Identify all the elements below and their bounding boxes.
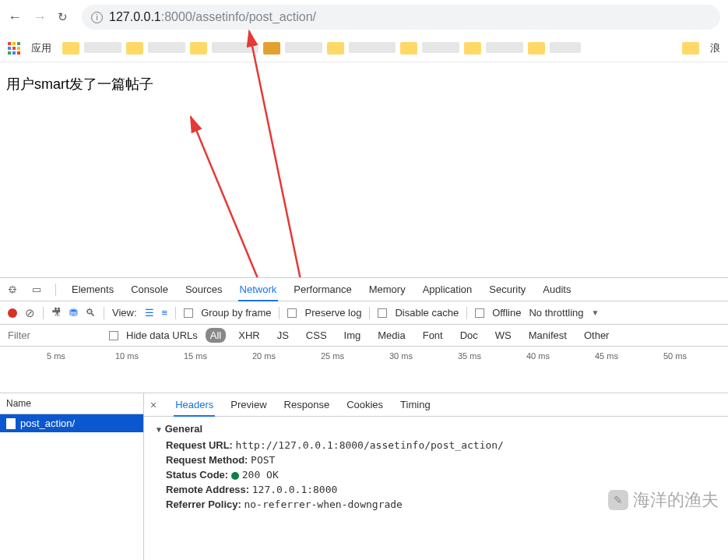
timeline-tick: 10 ms	[115, 351, 139, 361]
disable-cache-checkbox[interactable]	[378, 308, 387, 318]
network-body: Name post_action/ × Headers Preview Resp…	[0, 393, 728, 560]
site-info-icon[interactable]: i	[91, 12, 103, 23]
tab-memory[interactable]: Memory	[368, 279, 407, 300]
group-by-frame-label: Group by frame	[201, 307, 271, 319]
preserve-log-checkbox[interactable]	[287, 308, 297, 318]
list-header-name[interactable]: Name	[0, 393, 143, 414]
request-row[interactable]: post_action/	[0, 414, 143, 432]
bookmark-item[interactable]	[212, 42, 258, 53]
group-by-frame-checkbox[interactable]	[184, 308, 193, 318]
request-method-value: POST	[251, 454, 275, 466]
request-url-label: Request URL:	[166, 439, 233, 451]
bookmark-item[interactable]	[422, 42, 459, 53]
tab-application[interactable]: Application	[421, 279, 474, 300]
bookmark-folder[interactable]	[263, 42, 280, 55]
forward-button[interactable]: →	[33, 9, 47, 26]
watermark-icon: ✎	[608, 490, 628, 510]
clear-button[interactable]: ⊘	[25, 306, 35, 320]
detail-tab-cookies[interactable]: Cookies	[345, 394, 385, 415]
throttling-caret-icon[interactable]: ▼	[592, 308, 600, 317]
filter-type-other[interactable]: Other	[579, 328, 614, 343]
preserve-log-label: Preserve log	[304, 307, 361, 319]
bookmark-folder[interactable]	[190, 42, 207, 55]
tab-sources[interactable]: Sources	[184, 279, 224, 300]
record-button[interactable]	[8, 308, 17, 318]
timeline-tick: 35 ms	[458, 351, 481, 361]
referrer-policy-label: Referrer Policy:	[166, 498, 241, 510]
bookmark-folder[interactable]	[682, 42, 699, 55]
filter-type-doc[interactable]: Doc	[455, 328, 483, 343]
screenshot-icon[interactable]: 🎥︎	[51, 307, 62, 319]
bookmark-folder[interactable]	[400, 42, 417, 55]
apps-label[interactable]: 应用	[31, 41, 51, 55]
bookmark-folder[interactable]	[62, 42, 79, 55]
bookmark-item[interactable]	[148, 42, 185, 53]
filter-type-css[interactable]: CSS	[301, 328, 332, 343]
search-icon[interactable]: 🔍︎	[86, 307, 96, 319]
bookmark-folder[interactable]	[464, 42, 481, 55]
inspect-icon[interactable]: ⯐	[8, 284, 18, 295]
back-button[interactable]: ←	[8, 9, 22, 26]
offline-checkbox[interactable]	[475, 308, 484, 318]
general-title[interactable]: General	[155, 423, 717, 435]
remote-address-label: Remote Address:	[166, 484, 249, 495]
network-toolbar: ⊘ 🎥︎ ⛃ 🔍︎ View: ☰ ≡ Group by frame Prese…	[0, 301, 728, 325]
filter-type-ws[interactable]: WS	[491, 328, 516, 343]
watermark: ✎ 海洋的渔夫	[608, 488, 719, 512]
filter-type-font[interactable]: Font	[418, 328, 448, 343]
bookmark-item[interactable]	[349, 42, 396, 53]
view-label: View:	[112, 307, 137, 319]
tab-console[interactable]: Console	[129, 279, 170, 300]
url-host: 127.0.0.1	[109, 10, 161, 23]
status-dot-icon	[231, 472, 239, 480]
waterfall-icon[interactable]: ≡	[162, 307, 168, 319]
tab-network[interactable]: Network	[238, 279, 279, 301]
bookmark-folder[interactable]	[126, 42, 143, 55]
detail-tab-timing[interactable]: Timing	[399, 394, 432, 415]
detail-tab-preview[interactable]: Preview	[229, 394, 268, 415]
address-bar[interactable]: i 127.0.0.1:8000/assetinfo/post_action/	[82, 5, 720, 30]
throttling-select[interactable]: No throttling	[529, 307, 583, 319]
url-text: 127.0.0.1:8000/assetinfo/post_action/	[109, 10, 316, 24]
timeline-tick: 20 ms	[252, 351, 276, 361]
tab-performance[interactable]: Performance	[292, 279, 353, 300]
bookmark-item[interactable]	[486, 42, 523, 53]
filter-toggle-icon[interactable]: ⛃	[69, 307, 78, 319]
filter-type-js[interactable]: JS	[273, 328, 294, 343]
devtools-tabs: ⯐ ▭ Elements Console Sources Network Per…	[0, 278, 728, 301]
tab-audits[interactable]: Audits	[541, 279, 572, 300]
bookmark-item[interactable]	[550, 42, 581, 53]
filter-type-manifest[interactable]: Manifest	[524, 328, 571, 343]
detail-tabs: × Headers Preview Response Cookies Timin…	[144, 393, 728, 417]
bookmark-item[interactable]	[285, 42, 322, 53]
url-path: /assetinfo/post_action/	[192, 10, 316, 23]
filter-type-img[interactable]: Img	[339, 328, 366, 343]
close-detail-icon[interactable]: ×	[150, 399, 157, 411]
bookmark-folder[interactable]	[528, 42, 545, 55]
filter-type-all[interactable]: All	[206, 328, 226, 343]
filter-type-media[interactable]: Media	[373, 328, 410, 343]
devtools-panel: ⯐ ▭ Elements Console Sources Network Per…	[0, 277, 728, 560]
apps-icon[interactable]	[8, 42, 20, 55]
bookmark-item[interactable]	[84, 42, 121, 53]
network-filter-row: Hide data URLs All XHR JS CSS Img Media …	[0, 325, 728, 347]
tab-security[interactable]: Security	[487, 279, 527, 300]
detail-tab-response[interactable]: Response	[283, 394, 332, 415]
tab-elements[interactable]: Elements	[70, 279, 115, 300]
bookmarks-strip	[62, 42, 671, 55]
device-toggle-icon[interactable]: ▭	[32, 284, 41, 295]
timeline-tick: 5 ms	[47, 351, 65, 361]
reload-button[interactable]: ↻	[58, 10, 68, 24]
filter-input[interactable]	[8, 329, 101, 341]
hide-data-urls-label: Hide data URLs	[126, 329, 198, 341]
bookmark-folder[interactable]	[327, 42, 344, 55]
filter-type-xhr[interactable]: XHR	[234, 328, 264, 343]
request-detail: × Headers Preview Response Cookies Timin…	[144, 393, 728, 560]
file-icon	[6, 418, 16, 429]
bookmark-last[interactable]: 浪	[710, 41, 720, 55]
large-rows-icon[interactable]: ☰	[145, 307, 154, 319]
watermark-text: 海洋的渔夫	[633, 488, 719, 512]
network-timeline[interactable]: 5 ms 10 ms 15 ms 20 ms 25 ms 30 ms 35 ms…	[0, 347, 728, 393]
hide-data-urls-checkbox[interactable]	[109, 331, 118, 340]
detail-tab-headers[interactable]: Headers	[174, 394, 215, 417]
